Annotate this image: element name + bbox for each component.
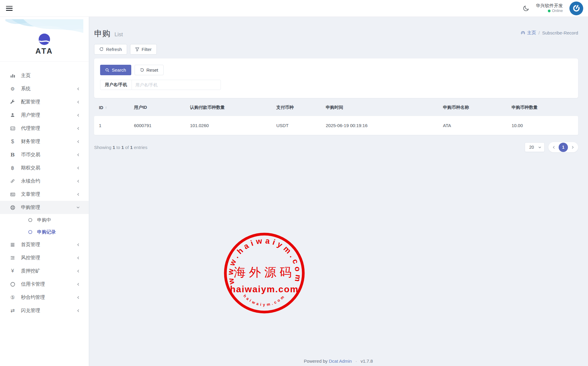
outdent-icon: [9, 255, 16, 260]
sidebar-item-perpetual[interactable]: 永续合约: [0, 174, 89, 188]
column-header-coin-name: 申购币种名称: [438, 105, 507, 110]
letter-b-icon: B: [9, 152, 16, 158]
sidebar: ATA 主页 ⚙ 系统 配置管理 用户管理: [0, 17, 89, 366]
page-subtitle: List: [114, 31, 123, 38]
sidebar-item-system[interactable]: ⚙ 系统: [0, 82, 89, 95]
sidebar-subitem-subscribing[interactable]: 申购中: [0, 214, 89, 226]
chevron-left-icon: [77, 256, 80, 260]
sidebar-menu: 主页 ⚙ 系统 配置管理 用户管理 代理管理: [0, 62, 89, 317]
sidebar-subitem-subscribe-record[interactable]: 申购记录: [0, 226, 89, 238]
column-header-pay-amount: 认购付款币种数量: [185, 105, 272, 110]
exchange-icon: ⇄: [9, 308, 16, 314]
sidebar-item-staking[interactable]: ¥ 质押挖矿: [0, 264, 89, 278]
entries-info: Showing 1 to 1 of 1 entries: [94, 145, 147, 150]
reset-button[interactable]: Reset: [135, 65, 164, 75]
chevron-right-icon: [571, 146, 574, 149]
chevron-left-icon: [77, 153, 80, 156]
sidebar-item-articles[interactable]: 文章管理: [0, 188, 89, 201]
pagination: 1: [548, 142, 578, 152]
prev-page-button[interactable]: [550, 144, 557, 151]
search-icon: [105, 68, 109, 72]
sidebar-item-options-trade[interactable]: ฿ 期权交易: [0, 161, 89, 174]
filter-button[interactable]: Filter: [130, 44, 157, 55]
chevron-left-icon: [77, 114, 80, 117]
yen-icon: ¥: [9, 268, 16, 274]
list-icon: [9, 242, 16, 247]
brand-block: ATA: [0, 17, 89, 62]
dashboard-icon: [521, 31, 525, 35]
sort-asc-icon[interactable]: ↑: [105, 105, 107, 110]
moon-icon: [523, 5, 529, 11]
sidebar-item-risk-control[interactable]: 风控管理: [0, 251, 89, 264]
sidebar-item-finance[interactable]: $ 财务管理: [0, 135, 89, 148]
table-row[interactable]: 1 6000791 101.0260 USDT 2025-06-19 00:19…: [94, 116, 578, 135]
username-phone-label: 用户名/手机: [100, 80, 132, 90]
user-status: Online: [536, 9, 563, 13]
page-title: 申购: [94, 28, 110, 39]
link-icon: [9, 179, 16, 183]
brand-swoosh-icon: [39, 34, 50, 45]
dcat-admin-link[interactable]: Dcat Admin: [329, 359, 352, 364]
chevron-left-icon: [77, 180, 80, 183]
sidebar-item-subscribe[interactable]: 申购管理: [0, 201, 89, 214]
top-navbar: 华兴软件开发 Online: [0, 0, 588, 17]
id-card-icon: [9, 126, 16, 131]
chart-bar-icon: [9, 73, 16, 78]
next-page-button[interactable]: [569, 144, 576, 151]
search-button[interactable]: Search: [100, 65, 131, 75]
chevron-left-icon: [552, 146, 555, 149]
brand-logo: [39, 34, 50, 45]
sidebar-toggle-button[interactable]: [6, 6, 13, 11]
chevron-left-icon: [77, 127, 80, 130]
breadcrumb-current: Subscribe-Record: [542, 30, 578, 35]
user-meta: 华兴软件开发 Online: [536, 3, 563, 13]
sidebar-item-users[interactable]: 用户管理: [0, 109, 89, 122]
sidebar-item-home[interactable]: 主页: [0, 69, 89, 82]
column-header-id[interactable]: ID ↑: [94, 105, 129, 110]
life-ring-icon: [9, 205, 16, 210]
footer-separator: ·: [355, 359, 357, 364]
page-size-select[interactable]: 20: [525, 142, 545, 152]
refresh-button[interactable]: Refresh: [94, 44, 127, 55]
chevron-left-icon: [77, 140, 80, 143]
circle-bullet-icon: [28, 230, 32, 234]
online-dot-icon: [548, 10, 551, 12]
sidebar-item-flash-exchange[interactable]: ⇄ 闪兑管理: [0, 304, 89, 317]
chevron-left-icon: [77, 283, 80, 286]
user-avatar[interactable]: [569, 1, 583, 15]
sidebar-item-config[interactable]: 配置管理: [0, 95, 89, 109]
dark-mode-toggle[interactable]: [523, 5, 529, 11]
cell-pay-amount: 101.0260: [185, 123, 272, 128]
gear-icon: ⚙: [9, 86, 16, 92]
page-footer: Powered by Dcat Admin · v1.7.8: [89, 359, 588, 364]
breadcrumb-separator: /: [539, 30, 540, 35]
username-phone-input[interactable]: [132, 80, 221, 90]
wrench-icon: [9, 100, 16, 104]
cell-coin-amount: 10.00: [507, 123, 578, 128]
bitcoin-icon: ฿: [9, 165, 16, 171]
page-1-button[interactable]: 1: [559, 143, 568, 152]
version-label: v1.7.8: [361, 359, 373, 364]
powered-by-label: Powered by: [304, 359, 328, 364]
user-name: 华兴软件开发: [536, 3, 563, 9]
sidebar-item-credit-card[interactable]: 信用卡管理: [0, 278, 89, 291]
toolbar: Refresh Filter: [94, 44, 578, 55]
cell-coin-name: ATA: [438, 123, 507, 128]
filter-panel: Search Reset 用户名/手机: [94, 58, 578, 98]
circle-bullet-icon: [28, 218, 32, 222]
sidebar-item-spot-trade[interactable]: B 币币交易: [0, 148, 89, 161]
sidebar-item-homepage[interactable]: 首页管理: [0, 238, 89, 251]
newspaper-icon: [9, 192, 16, 197]
table-header: ID ↑ 用户ID 认购付款币种数量 支付币种 申购时间 申购币种名称 申购币种…: [94, 100, 578, 115]
chevron-left-icon: [77, 193, 80, 196]
cell-subscribe-time: 2025-06-19 00:19:16: [321, 123, 438, 128]
chevron-left-icon: [77, 100, 80, 104]
sidebar-item-agents[interactable]: 代理管理: [0, 122, 89, 135]
username-phone-field-group: 用户名/手机: [100, 80, 572, 90]
power-logo-icon: [572, 4, 581, 13]
breadcrumb-home-link[interactable]: 主页: [521, 30, 536, 36]
cell-pay-currency: USDT: [272, 123, 321, 128]
brand-name: ATA: [0, 47, 89, 55]
chevron-left-icon: [77, 309, 80, 312]
sidebar-item-second-contract[interactable]: ⑤ 秒合约管理: [0, 291, 89, 304]
